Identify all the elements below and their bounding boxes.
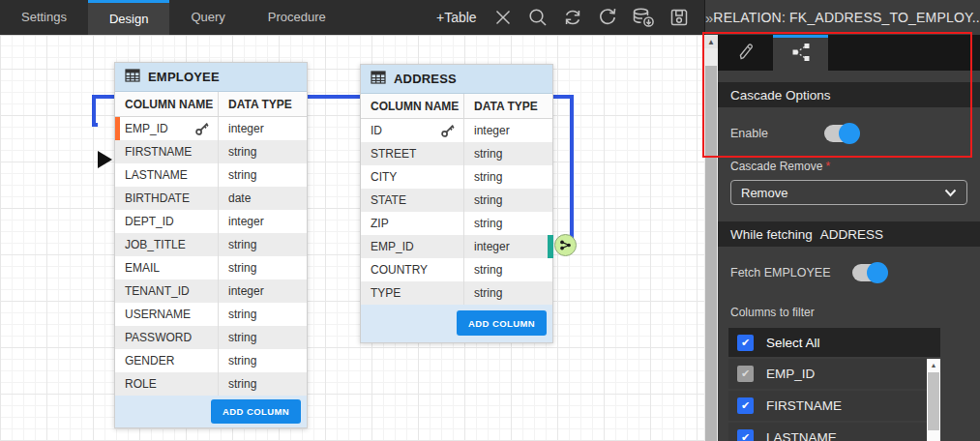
column-name: JOB_TITLE (125, 238, 186, 251)
tab-query[interactable]: Query (169, 0, 246, 35)
scroll-up-icon[interactable]: ▲ (927, 359, 940, 371)
table-row[interactable]: BIRTHDATE date (115, 187, 307, 210)
tab-design[interactable]: Design (88, 0, 169, 35)
refresh-icon[interactable] (596, 6, 619, 29)
primary-key-icon (194, 121, 210, 139)
while-fetching-header: While fetching ADDRESS (718, 221, 980, 247)
tab-edit[interactable] (718, 35, 773, 71)
app-window: Settings Design Query Procedure +Table (0, 0, 980, 441)
table-row-foreign-key[interactable]: EMP_ID integer (361, 235, 552, 258)
table-row[interactable]: STATE string (361, 189, 552, 212)
table-row[interactable]: EMP_ID integer (115, 117, 307, 140)
table-address[interactable]: ADDRESS COLUMN NAME DATA TYPE ID (360, 64, 553, 343)
add-column-button[interactable]: ADD COLUMN (457, 310, 547, 336)
select-all-row[interactable]: ✔ Select All (728, 328, 940, 357)
collapse-panel-icon[interactable]: » (705, 10, 713, 26)
table-row[interactable]: ROLE string (115, 372, 307, 396)
table-row[interactable]: ZIP string (361, 212, 552, 235)
schema-canvas[interactable]: EMPLOYEE COLUMN NAME DATA TYPE EMP_ID (0, 35, 704, 441)
columns-to-filter-label: Columns to filter (730, 306, 967, 319)
table-row[interactable]: COUNTRY string (361, 258, 552, 281)
relation-panel: Cascade Options Enable Cascade Remove* R… (718, 35, 980, 441)
tab-settings[interactable]: Settings (0, 0, 88, 35)
table-row[interactable]: FIRSTNAME string (115, 140, 307, 163)
table-employee[interactable]: EMPLOYEE COLUMN NAME DATA TYPE EMP_ID (114, 62, 308, 428)
list-item[interactable]: ✔ FIRSTNAME (728, 391, 940, 421)
cascade-remove-select[interactable]: Remove (730, 180, 967, 205)
checkbox-disabled-icon: ✔ (737, 366, 754, 382)
table-grid-icon (371, 71, 386, 88)
column-name: EMP_ID (125, 122, 168, 135)
column-name: DEPT_ID (125, 215, 174, 228)
column-name: BIRTHDATE (125, 191, 190, 205)
list-item[interactable]: ✔ EMP_ID (728, 359, 940, 389)
relation-connector-icon[interactable] (554, 234, 577, 256)
column-type: string (219, 303, 307, 326)
column-name: USERNAME (125, 308, 191, 321)
table-row[interactable]: JOB_TITLE string (115, 233, 307, 256)
checkbox-checked-icon[interactable]: ✔ (737, 429, 754, 441)
table-grid-icon (125, 69, 140, 86)
save-icon[interactable] (668, 6, 691, 29)
tab-procedure[interactable]: Procedure (247, 0, 347, 35)
close-icon[interactable] (491, 6, 515, 29)
table-footer: ADD COLUMN (115, 396, 307, 427)
list-item-label: EMP_ID (766, 367, 815, 381)
table-row[interactable]: ID integer (361, 119, 552, 142)
column-name: TYPE (371, 286, 401, 300)
add-table-button[interactable]: +Table (436, 0, 477, 35)
table-row[interactable]: TENANT_ID integer (115, 279, 307, 303)
column-type: integer (219, 117, 307, 140)
table-row[interactable]: PASSWORD string (115, 326, 307, 349)
column-type: string (464, 258, 552, 281)
column-name: COUNTRY (371, 263, 428, 277)
fetch-toggle[interactable] (852, 264, 885, 281)
table-row[interactable]: STREET string (361, 142, 552, 165)
list-item[interactable]: ✔ LASTNAME (728, 423, 940, 441)
list-item-label: LASTNAME (766, 430, 837, 441)
list-item-label: FIRSTNAME (766, 398, 842, 413)
column-type: date (219, 187, 307, 210)
select-value: Remove (741, 186, 787, 200)
panel-header: » RELATION: FK_ADDRESS_TO_EMPLOY... (704, 0, 980, 35)
table-row[interactable]: GENDER string (115, 349, 307, 372)
column-name: TENANT_ID (125, 284, 190, 298)
table-row[interactable]: TYPE string (361, 281, 552, 305)
checkbox-checked-icon[interactable]: ✔ (737, 335, 754, 351)
cascade-options-header: Cascade Options (718, 82, 980, 107)
table-row[interactable]: USERNAME string (115, 303, 307, 326)
column-type: string (219, 349, 307, 372)
column-name: STATE (371, 193, 406, 207)
table-row[interactable]: DEPT_ID integer (115, 210, 307, 233)
col-header-type: DATA TYPE (219, 92, 307, 116)
column-name: EMAIL (125, 261, 160, 275)
search-icon[interactable] (526, 6, 549, 29)
relation-icon (790, 42, 812, 67)
scroll-up-icon[interactable]: ▲ (704, 35, 718, 48)
column-type: string (464, 189, 552, 212)
sync-icon[interactable] (561, 6, 584, 29)
tab-relation[interactable] (773, 35, 828, 71)
table-employee-header[interactable]: EMPLOYEE (115, 63, 307, 92)
add-column-button[interactable]: ADD COLUMN (211, 399, 301, 424)
relation-line (0, 36, 704, 441)
scrollbar-thumb[interactable] (705, 66, 717, 441)
pencil-icon (735, 41, 757, 66)
table-row[interactable]: EMAIL string (115, 256, 307, 279)
column-type: string (464, 142, 552, 165)
table-row[interactable]: CITY string (361, 165, 552, 189)
table-name: ADDRESS (394, 72, 457, 86)
enable-toggle[interactable] (824, 125, 857, 142)
checkbox-checked-icon[interactable]: ✔ (737, 397, 754, 414)
db-export-icon[interactable] (631, 6, 656, 29)
column-type: string (219, 140, 307, 163)
list-scrollbar[interactable]: ▲ (927, 359, 940, 441)
column-name: PASSWORD (125, 331, 192, 344)
scrollbar-thumb[interactable] (928, 372, 939, 430)
table-footer: ADD COLUMN (361, 305, 552, 342)
column-name: EMP_ID (371, 240, 414, 253)
table-row[interactable]: LASTNAME string (115, 163, 307, 187)
table-address-header[interactable]: ADDRESS (361, 65, 552, 94)
panel-scrollbar[interactable]: ▲ (704, 35, 718, 441)
column-type: string (464, 165, 552, 189)
